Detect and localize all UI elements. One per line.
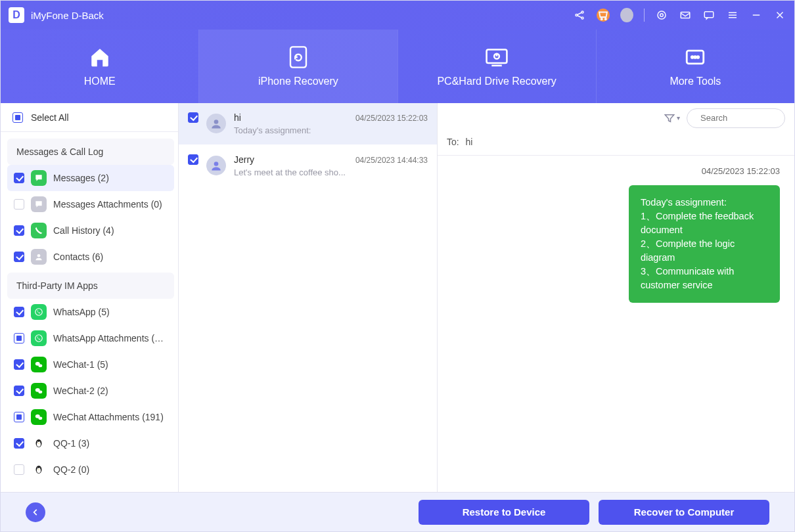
group-third-party-im: Third-Party IM Apps xyxy=(7,273,174,299)
nav-pc-recovery[interactable]: PC&Hard Drive Recovery xyxy=(398,30,596,103)
select-all-checkbox[interactable] xyxy=(12,112,23,123)
filter-icon[interactable]: ▾ xyxy=(663,110,680,127)
wechat-icon xyxy=(31,383,47,399)
restore-to-device-button[interactable]: Restore to Device xyxy=(419,500,589,525)
category-sidebar: Select All Messages & Call Log Messages … xyxy=(1,103,179,492)
cat-label: Contacts (6) xyxy=(53,252,168,262)
cat-qq-1[interactable]: QQ-1 (3) xyxy=(7,430,174,456)
account-icon[interactable] xyxy=(620,9,633,22)
phone-refresh-icon xyxy=(286,45,310,69)
search-input[interactable] xyxy=(700,113,795,123)
nav-home-label: HOME xyxy=(84,76,116,87)
cat-wechat-2[interactable]: WeChat-2 (2) xyxy=(7,378,174,404)
cat-messages-attachments[interactable]: Messages Attachments (0) xyxy=(7,191,174,217)
cat-wechat-attachments[interactable]: WeChat Attachments (191) xyxy=(7,404,174,430)
message-detail: ▾ To: hi 04/25/2023 15:22:03 Today's ass… xyxy=(438,103,794,492)
svg-rect-8 xyxy=(704,12,714,18)
svg-point-3 xyxy=(601,18,602,20)
cat-whatsapp[interactable]: WhatsApp (5) xyxy=(7,299,174,325)
svg-point-27 xyxy=(37,441,39,443)
svg-point-24 xyxy=(38,416,42,420)
cat-qq-2[interactable]: QQ-2 (0) xyxy=(7,456,174,483)
feedback-icon[interactable] xyxy=(702,9,716,22)
settings-icon[interactable] xyxy=(655,9,668,22)
select-all-row[interactable]: Select All xyxy=(1,103,178,132)
checkbox[interactable] xyxy=(188,154,198,165)
minimize-icon[interactable] xyxy=(750,9,763,22)
checkbox[interactable] xyxy=(14,307,24,317)
conversation-list: hi 04/25/2023 15:22:03 Today's assignmen… xyxy=(179,103,438,492)
svg-point-26 xyxy=(37,442,41,447)
messages-icon xyxy=(31,170,47,186)
search-box[interactable] xyxy=(687,108,785,128)
svg-rect-9 xyxy=(290,47,306,67)
qq-icon xyxy=(31,462,47,477)
close-icon[interactable] xyxy=(773,9,786,22)
checkbox[interactable] xyxy=(14,359,24,370)
cat-contacts[interactable]: Contacts (6) xyxy=(7,244,174,270)
checkbox[interactable] xyxy=(14,199,24,210)
cat-label: WeChat Attachments (191) xyxy=(53,412,168,422)
checkbox[interactable] xyxy=(14,225,24,236)
whatsapp-icon xyxy=(31,330,47,346)
whatsapp-icon xyxy=(31,304,47,320)
select-all-label: Select All xyxy=(31,112,69,123)
conversation-row[interactable]: hi 04/25/2023 15:22:03 Today's assignmen… xyxy=(179,103,437,145)
contacts-icon xyxy=(31,249,47,265)
checkbox[interactable] xyxy=(14,464,24,475)
svg-point-15 xyxy=(697,56,699,58)
svg-point-0 xyxy=(576,14,578,16)
svg-point-16 xyxy=(37,254,41,257)
checkbox[interactable] xyxy=(14,386,24,396)
nav-home[interactable]: HOME xyxy=(1,30,198,103)
share-icon[interactable] xyxy=(573,9,586,22)
cat-label: Call History (4) xyxy=(53,225,168,236)
svg-point-35 xyxy=(214,120,219,124)
svg-point-22 xyxy=(38,390,42,393)
checkbox[interactable] xyxy=(14,173,24,183)
svg-point-4 xyxy=(605,18,606,20)
home-icon xyxy=(88,45,112,69)
svg-point-1 xyxy=(581,11,583,13)
cat-wechat-1[interactable]: WeChat-1 (5) xyxy=(7,351,174,378)
conversation-time: 04/25/2023 14:44:33 xyxy=(355,156,428,165)
menu-icon[interactable] xyxy=(726,9,739,22)
checkbox[interactable] xyxy=(14,252,24,262)
svg-point-33 xyxy=(39,468,41,469)
cat-whatsapp-attachments[interactable]: WhatsApp Attachments (182) xyxy=(7,325,174,351)
recover-to-computer-button[interactable]: Recover to Computer xyxy=(599,500,769,525)
footer: Restore to Device Recover to Computer xyxy=(1,492,794,531)
phone-icon xyxy=(31,223,47,238)
qq-icon xyxy=(31,435,47,451)
mail-icon[interactable] xyxy=(679,9,692,22)
checkbox[interactable] xyxy=(14,412,24,422)
conversation-preview: Today's assignment: xyxy=(234,125,428,135)
group-messages-calllog: Messages & Call Log xyxy=(7,139,174,165)
checkbox[interactable] xyxy=(14,333,24,344)
svg-point-5 xyxy=(658,11,666,19)
cart-icon[interactable] xyxy=(597,9,610,22)
cat-messages[interactable]: Messages (2) xyxy=(7,165,174,191)
checkbox[interactable] xyxy=(14,438,24,449)
nav-more-tools[interactable]: More Tools xyxy=(597,30,794,103)
cat-label: WhatsApp Attachments (182) xyxy=(53,333,168,344)
avatar-icon xyxy=(206,114,226,133)
to-row: To: hi xyxy=(438,133,794,156)
app-title: iMyFone D-Back xyxy=(31,10,104,21)
back-button[interactable] xyxy=(26,502,45,522)
more-icon xyxy=(683,45,707,69)
conversation-row[interactable]: Jerry 04/25/2023 14:44:33 Let's meet at … xyxy=(179,145,437,187)
svg-point-32 xyxy=(37,468,39,469)
svg-point-36 xyxy=(214,162,219,166)
nav-iphone-recovery[interactable]: iPhone Recovery xyxy=(199,30,397,103)
message-timestamp: 04/25/2023 15:22:03 xyxy=(452,166,780,176)
nav-iphone-label: iPhone Recovery xyxy=(258,76,338,87)
checkbox[interactable] xyxy=(188,112,198,123)
svg-point-14 xyxy=(694,56,696,58)
cat-call-history[interactable]: Call History (4) xyxy=(7,217,174,244)
svg-point-2 xyxy=(581,17,583,19)
wechat-icon xyxy=(31,357,47,372)
svg-point-31 xyxy=(37,468,41,474)
pc-icon xyxy=(485,45,509,69)
svg-point-34 xyxy=(38,469,39,470)
